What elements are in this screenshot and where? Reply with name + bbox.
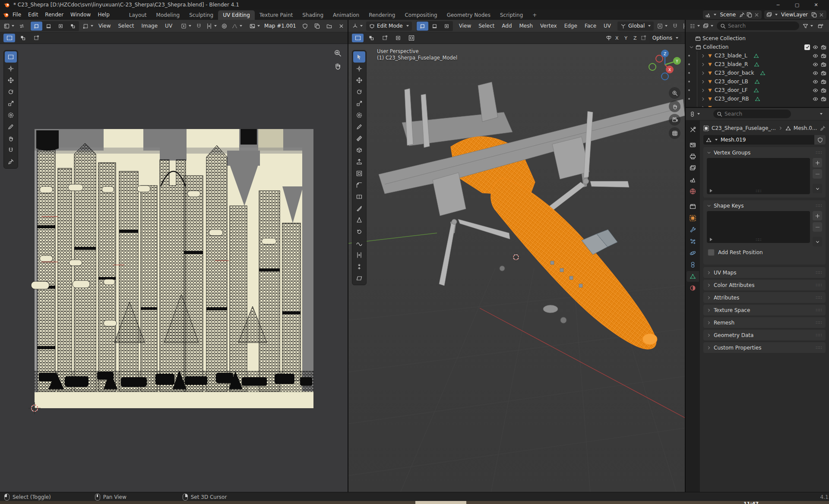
mesh-name-input[interactable] xyxy=(720,136,812,143)
vp-menu-mesh[interactable]: Mesh xyxy=(516,22,537,30)
uv-pivot-dropdown[interactable] xyxy=(180,22,193,31)
uv-rotate-tool[interactable] xyxy=(5,86,17,98)
remove-icon[interactable] xyxy=(819,12,824,18)
pan-hand-icon[interactable] xyxy=(334,62,342,70)
custom-properties-panel-header[interactable]: Custom Properties∷∷ xyxy=(703,342,826,353)
color-attributes-panel-header[interactable]: Color Attributes∷∷ xyxy=(703,280,826,290)
maximize-button[interactable]: ▢ xyxy=(788,0,807,9)
copy-icon[interactable] xyxy=(747,12,752,18)
menu-file[interactable]: File xyxy=(9,11,25,19)
tab-particles[interactable] xyxy=(687,236,699,247)
new-collection-button[interactable] xyxy=(815,22,826,31)
breadcrumb-object[interactable]: C23_Sherpa_Fuselage_... xyxy=(712,125,776,131)
edge-mode-button[interactable] xyxy=(429,22,440,31)
panel-drag-grip[interactable]: ∷∷ xyxy=(816,345,822,350)
shape-key-remove-button[interactable] xyxy=(813,222,822,232)
panel-drag-grip[interactable]: ∷∷ xyxy=(816,308,822,312)
chevron-right-icon[interactable] xyxy=(701,62,706,67)
uv-cursor-tool[interactable] xyxy=(5,63,17,74)
tweak-select-tool[interactable] xyxy=(353,51,365,63)
image-name[interactable]: Map #1.001 xyxy=(262,23,299,29)
mirror-y-toggle[interactable]: Y xyxy=(622,34,630,42)
pin-icon[interactable] xyxy=(820,126,826,131)
vp-menu-face[interactable]: Face xyxy=(581,22,600,30)
tab-object[interactable] xyxy=(687,213,699,224)
uv-face-select-button[interactable] xyxy=(55,22,66,31)
tab-sculpting[interactable]: Sculpting xyxy=(184,10,218,20)
uv-transform-tool[interactable] xyxy=(5,110,17,121)
uv-menu-view[interactable]: View xyxy=(95,22,114,30)
add-workspace-button[interactable]: + xyxy=(528,10,541,20)
vp-snap-toggle[interactable] xyxy=(669,22,681,31)
menu-edit[interactable]: Edit xyxy=(25,11,41,19)
tab-layout[interactable]: Layout xyxy=(124,10,152,20)
list-resize-grip[interactable]: ∷∷ xyxy=(756,189,761,193)
tab-collection[interactable] xyxy=(687,201,699,212)
panel-drag-grip[interactable]: ∷∷ xyxy=(816,283,822,287)
select-mode-invert[interactable] xyxy=(392,34,404,42)
chevron-right-icon[interactable] xyxy=(701,79,706,84)
list-expand-icon[interactable] xyxy=(710,238,712,241)
panel-drag-grip[interactable]: ∷∷ xyxy=(816,333,822,337)
blender-menu-icon[interactable] xyxy=(3,12,9,18)
vp-menu-edge[interactable]: Edge xyxy=(561,22,581,30)
attributes-panel-header[interactable]: Attributes∷∷ xyxy=(703,292,826,303)
tab-texture-paint[interactable]: Texture Paint xyxy=(255,10,297,20)
tab-compositing[interactable]: Compositing xyxy=(400,10,442,20)
uv-select-mode-new[interactable] xyxy=(3,34,15,42)
smooth-tool[interactable] xyxy=(353,238,365,249)
mirror-z-toggle[interactable]: Z xyxy=(631,34,639,42)
outliner-filter-button[interactable] xyxy=(801,22,814,31)
chevron-down-icon[interactable] xyxy=(689,45,694,50)
properties-search-input[interactable] xyxy=(713,110,791,118)
menu-render[interactable]: Render xyxy=(41,11,67,19)
outliner-search-input[interactable] xyxy=(717,22,799,30)
panel-drag-grip[interactable]: ∷∷ xyxy=(816,150,822,155)
editor-type-button[interactable] xyxy=(3,22,16,31)
outliner-filter-dropdown[interactable] xyxy=(702,22,715,31)
vp-menu-select[interactable]: Select xyxy=(475,22,498,30)
fake-user-button[interactable] xyxy=(814,135,826,145)
rotate-tool[interactable] xyxy=(353,86,365,98)
uv-pin-tool[interactable] xyxy=(5,156,17,167)
knife-tool[interactable] xyxy=(353,203,365,214)
uv-select-mode-subtract[interactable] xyxy=(30,34,42,42)
uv-menu-image[interactable]: Image xyxy=(138,22,161,30)
remesh-panel-header[interactable]: Remesh∷∷ xyxy=(703,317,826,328)
mirror-x-toggle[interactable]: X xyxy=(613,34,621,42)
transform-orientation-dropdown[interactable]: Global xyxy=(617,22,654,31)
outliner-display-mode-dropdown[interactable] xyxy=(688,22,701,31)
mirror-icon[interactable] xyxy=(606,35,612,41)
shape-key-specials-menu[interactable] xyxy=(813,237,822,246)
tab-rendering[interactable]: Rendering xyxy=(364,10,400,20)
tab-output[interactable] xyxy=(687,151,699,162)
menu-window[interactable]: Window xyxy=(67,11,94,19)
image-unlink-button[interactable] xyxy=(335,22,347,31)
image-browse-dropdown[interactable] xyxy=(248,22,261,31)
vp-menu-add[interactable]: Add xyxy=(498,22,515,30)
uv-relax-tool[interactable] xyxy=(5,145,17,156)
uv-snap-target-dropdown[interactable] xyxy=(205,22,218,31)
outliner-row-object[interactable]: C23_door_LF xyxy=(697,86,829,94)
tab-modeling[interactable]: Modeling xyxy=(152,10,185,20)
vertex-mode-button[interactable] xyxy=(417,22,428,31)
hide-eye-icon[interactable] xyxy=(813,70,818,76)
tab-material[interactable] xyxy=(687,283,699,293)
options-dropdown[interactable]: Options xyxy=(649,34,681,43)
zoom-button[interactable] xyxy=(669,87,680,99)
transform-tool[interactable] xyxy=(353,110,365,121)
navigation-gizmo[interactable]: Z Y X xyxy=(649,48,681,81)
outliner-row-object-partial[interactable] xyxy=(697,103,829,107)
close-button[interactable]: ✕ xyxy=(807,0,826,9)
render-camera-icon[interactable] xyxy=(821,96,826,102)
vp-snap-target-dropdown[interactable] xyxy=(681,22,685,31)
unlink-icon[interactable] xyxy=(754,12,759,18)
shrink-fatten-tool[interactable] xyxy=(353,261,365,272)
loop-cut-tool[interactable] xyxy=(353,191,365,202)
scene-name[interactable]: Scene xyxy=(718,12,737,18)
uv-annotate-tool[interactable] xyxy=(5,121,17,132)
properties-options-dropdown[interactable] xyxy=(815,110,826,119)
tab-constraints[interactable] xyxy=(687,259,699,270)
vp-menu-vertex[interactable]: Vertex xyxy=(537,22,560,30)
vertex-group-specials-menu[interactable] xyxy=(813,184,822,193)
